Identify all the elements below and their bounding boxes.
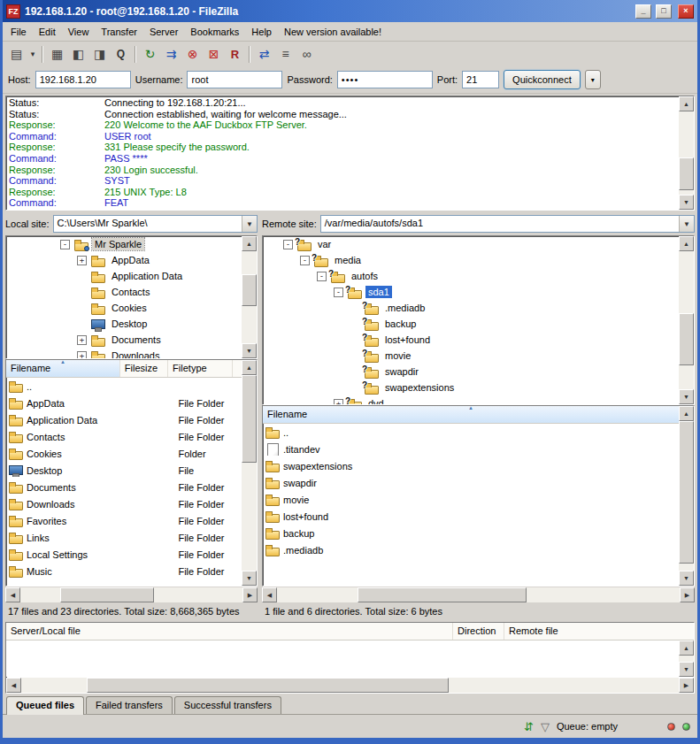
host-input[interactable] bbox=[35, 71, 131, 88]
site-manager-dropdown-icon[interactable]: ▾ bbox=[27, 44, 38, 64]
dropdown-arrow-icon[interactable]: ▼ bbox=[679, 216, 694, 232]
file-row[interactable]: DesktopFile bbox=[6, 462, 242, 479]
column-header-remote-file[interactable]: Remote file bbox=[504, 623, 694, 640]
tree-item[interactable]: +Documents bbox=[6, 332, 242, 348]
scroll-right-icon[interactable]: ▶ bbox=[679, 678, 694, 693]
quickconnect-button[interactable]: Quickconnect bbox=[504, 70, 581, 89]
remote-site-combobox[interactable]: /var/media/autofs/sda1 ▼ bbox=[320, 215, 695, 233]
file-row[interactable]: backup bbox=[263, 525, 679, 541]
tree-item[interactable]: +Downloads bbox=[6, 348, 242, 358]
tree-item[interactable]: -?media bbox=[263, 252, 679, 268]
speed-limits-icon[interactable]: ⇵ bbox=[524, 721, 534, 732]
file-row[interactable]: MusicFile Folder bbox=[6, 563, 242, 579]
file-row[interactable]: Application DataFile Folder bbox=[6, 411, 242, 428]
menu-server[interactable]: Server bbox=[143, 24, 184, 40]
scroll-thumb[interactable] bbox=[679, 421, 694, 564]
menu-file[interactable]: File bbox=[4, 24, 33, 40]
scroll-right-icon[interactable]: ▶ bbox=[242, 587, 258, 602]
site-manager-icon[interactable]: ▤ bbox=[6, 44, 27, 64]
tree-item[interactable]: Contacts bbox=[6, 284, 242, 300]
toggle-local-tree-icon[interactable]: ◧ bbox=[68, 44, 88, 64]
tree-item[interactable]: -Mr Sparkle bbox=[6, 236, 242, 252]
cancel-icon[interactable]: ⊗ bbox=[182, 44, 203, 64]
scroll-thumb[interactable] bbox=[87, 678, 449, 693]
menu-edit[interactable]: Edit bbox=[33, 24, 62, 40]
toggle-remote-tree-icon[interactable]: ◨ bbox=[89, 44, 110, 64]
tab-failed-transfers[interactable]: Failed transfers bbox=[86, 696, 173, 714]
scroll-thumb[interactable] bbox=[60, 587, 153, 602]
collapse-icon[interactable]: - bbox=[334, 288, 343, 297]
file-row[interactable]: FavoritesFile Folder bbox=[6, 512, 242, 529]
collapse-icon[interactable]: - bbox=[300, 256, 310, 265]
file-row[interactable]: lost+found bbox=[263, 508, 679, 525]
scroll-left-icon[interactable]: ◀ bbox=[262, 587, 277, 602]
column-header-server-local-file[interactable]: Server/Local file bbox=[6, 623, 453, 640]
scroll-thumb[interactable] bbox=[242, 375, 257, 463]
scroll-down-icon[interactable]: ▼ bbox=[242, 571, 257, 586]
file-row[interactable]: DocumentsFile Folder bbox=[6, 479, 242, 495]
tree-item[interactable]: -?autofs bbox=[263, 268, 679, 284]
scroll-thumb[interactable] bbox=[358, 587, 527, 602]
file-row[interactable]: AppDataFile Folder bbox=[6, 395, 242, 411]
file-row[interactable]: swapextensions bbox=[263, 457, 679, 474]
expand-icon[interactable]: + bbox=[77, 335, 87, 345]
toggle-queue-icon[interactable]: Q bbox=[111, 44, 131, 64]
file-row[interactable]: ContactsFile Folder bbox=[6, 428, 242, 445]
tree-item[interactable]: +?dvd bbox=[263, 395, 679, 404]
local-horizontal-scrollbar[interactable]: ◀ ▶ bbox=[5, 587, 258, 602]
local-site-combobox[interactable]: C:\Users\Mr Sparkle\ ▼ bbox=[53, 215, 258, 233]
scroll-down-icon[interactable]: ▼ bbox=[679, 662, 694, 677]
scroll-up-icon[interactable]: ▲ bbox=[679, 640, 694, 656]
password-input[interactable] bbox=[337, 71, 433, 88]
column-header-filename[interactable]: Filename bbox=[263, 406, 679, 423]
find-files-icon[interactable]: ∞ bbox=[296, 44, 317, 64]
scroll-up-icon[interactable]: ▲ bbox=[679, 96, 694, 111]
remote-horizontal-scrollbar[interactable]: ◀ ▶ bbox=[262, 587, 695, 602]
synchronized-browsing-icon[interactable]: ≡ bbox=[275, 44, 296, 64]
filter-icon[interactable]: ▽ bbox=[541, 721, 550, 732]
expand-icon[interactable]: + bbox=[77, 351, 87, 359]
column-header-direction[interactable]: Direction bbox=[453, 623, 504, 640]
port-input[interactable] bbox=[462, 71, 499, 88]
queue-horizontal-scrollbar[interactable]: ◀ ▶ bbox=[6, 678, 694, 693]
scroll-down-icon[interactable]: ▼ bbox=[242, 343, 257, 358]
dropdown-arrow-icon[interactable]: ▼ bbox=[242, 216, 257, 232]
scroll-down-icon[interactable]: ▼ bbox=[679, 389, 694, 404]
scroll-left-icon[interactable]: ◀ bbox=[5, 587, 20, 602]
scroll-up-icon[interactable]: ▲ bbox=[242, 236, 257, 251]
quickconnect-dropdown-icon[interactable]: ▾ bbox=[585, 70, 601, 89]
scroll-up-icon[interactable]: ▲ bbox=[242, 360, 257, 375]
tab-queued-files[interactable]: Queued files bbox=[6, 696, 84, 715]
tree-item[interactable]: +AppData bbox=[6, 252, 242, 268]
reconnect-icon[interactable]: R bbox=[225, 44, 245, 64]
file-row[interactable]: LinksFile Folder bbox=[6, 529, 242, 546]
scroll-thumb[interactable] bbox=[679, 157, 694, 191]
file-row[interactable]: .mediadb bbox=[263, 541, 679, 558]
tab-successful-transfers[interactable]: Successful transfers bbox=[174, 696, 281, 714]
close-button[interactable]: × bbox=[678, 4, 694, 19]
compare-directories-icon[interactable]: ⇄ bbox=[254, 44, 274, 64]
tree-item[interactable]: Cookies bbox=[6, 300, 242, 316]
menu-transfer[interactable]: Transfer bbox=[95, 24, 143, 40]
titlebar[interactable]: FZ 192.168.1.20 - root@192.168.1.20 - Fi… bbox=[3, 0, 697, 22]
remote-list-scrollbar[interactable]: ▲ ▼ bbox=[679, 406, 694, 586]
process-queue-icon[interactable]: ⇉ bbox=[161, 44, 181, 64]
menu-new-version[interactable]: New version available! bbox=[278, 24, 388, 40]
minimize-button[interactable]: _ bbox=[635, 4, 651, 19]
refresh-icon[interactable]: ↻ bbox=[140, 44, 160, 64]
disconnect-icon[interactable]: ⊠ bbox=[204, 44, 224, 64]
scroll-left-icon[interactable]: ◀ bbox=[6, 678, 21, 693]
tree-item[interactable]: Desktop bbox=[6, 316, 242, 332]
queue-scrollbar[interactable]: ▲ ▼ bbox=[679, 640, 694, 677]
file-row[interactable]: CookiesFolder bbox=[6, 445, 242, 462]
maximize-button[interactable]: □ bbox=[656, 4, 672, 19]
file-row[interactable]: .titandev bbox=[263, 441, 679, 457]
tree-item[interactable]: -?var bbox=[263, 236, 679, 252]
tree-item[interactable]: ?swapdir bbox=[263, 364, 679, 380]
tree-item[interactable]: ?backup bbox=[263, 316, 679, 332]
toggle-message-log-icon[interactable]: ▦ bbox=[47, 44, 67, 64]
column-header-filename[interactable]: Filename bbox=[6, 360, 120, 377]
tree-item[interactable]: ?movie bbox=[263, 348, 679, 364]
column-header-filetype[interactable]: Filetype bbox=[168, 360, 233, 377]
expand-icon[interactable]: + bbox=[334, 399, 343, 405]
